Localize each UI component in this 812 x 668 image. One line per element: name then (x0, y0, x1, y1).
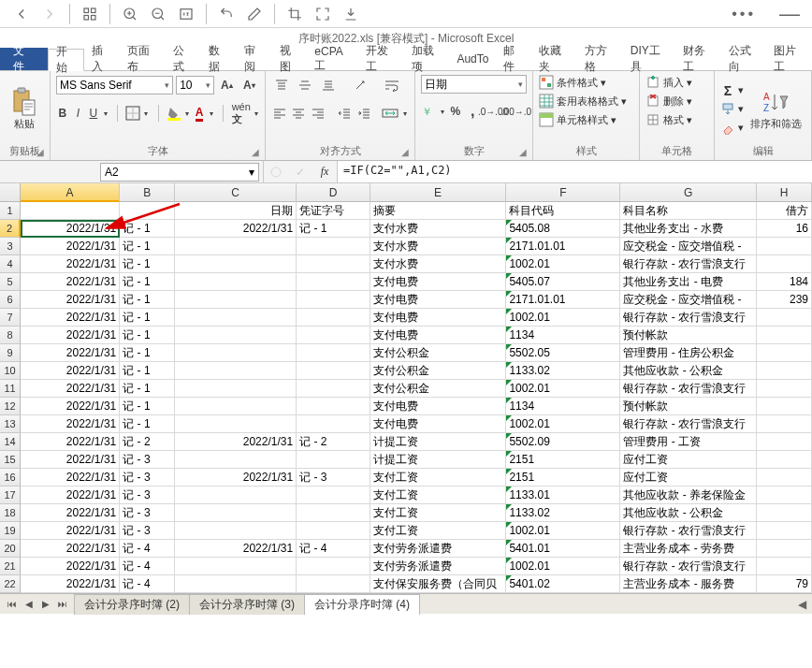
cell[interactable]: 支付电费 (370, 309, 507, 327)
cell[interactable] (297, 362, 370, 380)
cell[interactable]: 2022/1/31 (21, 451, 120, 469)
cell[interactable]: 记 - 1 (120, 291, 175, 309)
row-header[interactable]: 3 (0, 238, 21, 255)
font-color-button[interactable]: A (193, 103, 206, 123)
cell[interactable]: 2022/1/31 (21, 327, 120, 344)
cell[interactable] (175, 398, 297, 415)
cell[interactable]: 记 - 1 (120, 344, 175, 362)
cell[interactable] (297, 344, 370, 362)
cell[interactable]: 日期 (175, 202, 297, 220)
qat-more-icon[interactable]: ••• (732, 6, 756, 22)
cell[interactable]: 支付工资 (370, 504, 507, 522)
cell[interactable] (757, 238, 812, 255)
row-header[interactable]: 19 (0, 522, 21, 540)
row-header[interactable]: 14 (0, 433, 21, 451)
cell[interactable]: 2022/1/31 (21, 273, 120, 291)
insert-function-button[interactable]: fx (312, 165, 337, 179)
phonetic-button[interactable]: wén文 (232, 103, 251, 123)
cell[interactable]: 支付劳务派遣费 (370, 540, 507, 558)
row-headers[interactable]: 1234567891011121314151617181920212223 (0, 202, 21, 593)
dialog-launcher-icon[interactable]: ◢ (399, 147, 411, 158)
cells-area[interactable]: 日期凭证字号摘要科目代码科目名称借方2022/1/31记 - 12022/1/3… (21, 202, 812, 593)
cell[interactable]: 2022/1/31 (21, 255, 120, 273)
percent-icon[interactable]: % (448, 101, 462, 122)
cell[interactable]: 记 - 1 (120, 362, 175, 380)
cell[interactable]: 5401.01 (506, 540, 620, 558)
cell[interactable]: 预付帐款 (620, 327, 757, 344)
cell[interactable]: 银行存款 - 农行雪浪支行 (620, 255, 757, 273)
cell[interactable]: 记 - 4 (120, 540, 175, 558)
cell[interactable]: 支付电费 (370, 415, 507, 433)
conditional-format-button[interactable]: 条件格式 ▾ (539, 75, 633, 90)
decrease-indent-icon[interactable] (336, 103, 353, 123)
cell[interactable] (757, 433, 812, 451)
cell[interactable]: 2022/1/31 (21, 469, 120, 486)
hscroll-left-icon[interactable]: ◀ (791, 598, 812, 611)
clear-button[interactable]: ▾ (720, 121, 744, 136)
cell[interactable]: 2022/1/31 (21, 540, 120, 558)
cell[interactable]: 2022/1/31 (175, 469, 297, 486)
acct-dd-icon[interactable]: ▾ (439, 101, 445, 122)
row-header[interactable]: 10 (0, 362, 21, 380)
decrease-decimal-icon[interactable]: .00→.0 (506, 101, 527, 122)
cell[interactable]: 2022/1/31 (21, 398, 120, 415)
cell[interactable] (175, 575, 297, 593)
cell[interactable]: 1134 (506, 398, 620, 415)
ribbon-tab[interactable]: 财务工 (675, 48, 721, 70)
cell[interactable]: 1002.01 (506, 309, 620, 327)
ribbon-tab[interactable]: 公式 (166, 48, 201, 70)
cell[interactable]: 支付水费 (370, 238, 507, 255)
cell[interactable] (757, 327, 812, 344)
row-header[interactable]: 12 (0, 398, 21, 415)
orientation-icon[interactable] (350, 75, 370, 95)
cell[interactable]: 2022/1/31 (175, 220, 297, 238)
format-cells-button[interactable]: 格式 ▾ (645, 112, 708, 127)
cell[interactable] (175, 362, 297, 380)
cell[interactable] (757, 522, 812, 540)
row-header[interactable]: 18 (0, 504, 21, 522)
cell[interactable]: 2022/1/31 (21, 380, 120, 398)
cell[interactable]: 记 - 3 (120, 504, 175, 522)
cell[interactable] (757, 451, 812, 469)
cell[interactable]: 记 - 4 (120, 558, 175, 575)
sheet-tab[interactable]: 会计分录序时簿 (3) (189, 594, 305, 615)
column-header[interactable]: C (175, 183, 297, 202)
shrink-font-icon[interactable]: A▾ (239, 75, 259, 95)
row-header[interactable]: 7 (0, 309, 21, 327)
cell[interactable]: 2022/1/31 (21, 504, 120, 522)
cell[interactable]: 科目代码 (506, 202, 620, 220)
align-top-icon[interactable] (271, 75, 292, 95)
cell[interactable]: 主营业务成本 - 劳务费 (620, 540, 757, 558)
cell[interactable]: 记 - 3 (120, 469, 175, 486)
underline-dd-icon[interactable]: ▾ (103, 103, 109, 123)
sheet-nav-first-icon[interactable]: ⏮ (4, 596, 21, 613)
accounting-format-icon[interactable]: ￥ (421, 101, 436, 122)
cell[interactable]: 2171.01.01 (506, 291, 620, 309)
column-header[interactable]: F (506, 183, 620, 202)
align-middle-icon[interactable] (295, 75, 315, 95)
grow-font-icon[interactable]: A▴ (217, 75, 237, 95)
cell[interactable]: 16 (757, 220, 812, 238)
cell[interactable]: 5405.08 (506, 220, 620, 238)
cell[interactable]: 1133.02 (506, 504, 620, 522)
window-minimize-icon[interactable]: — (775, 2, 805, 26)
wrap-text-icon[interactable] (382, 75, 402, 95)
column-header[interactable]: G (620, 183, 757, 202)
cell[interactable]: 79 (757, 575, 812, 593)
ribbon-tab[interactable]: AudTo (449, 48, 496, 70)
bold-button[interactable]: B (56, 103, 69, 123)
cell[interactable]: 2022/1/31 (21, 291, 120, 309)
qat-rotate-left-icon[interactable] (212, 2, 240, 26)
sheet-nav-prev-icon[interactable]: ◀ (21, 596, 37, 613)
delete-cells-button[interactable]: 删除 ▾ (645, 94, 708, 109)
cell[interactable]: 科目名称 (620, 202, 757, 220)
cell[interactable] (757, 398, 812, 415)
cell[interactable]: 2022/1/31 (21, 486, 120, 504)
cell[interactable] (757, 415, 812, 433)
cell[interactable]: 银行存款 - 农行雪浪支行 (620, 309, 757, 327)
qat-forward-icon[interactable] (36, 2, 64, 26)
cell[interactable] (175, 504, 297, 522)
cell[interactable]: 其他应收款 - 公积金 (620, 504, 757, 522)
cell[interactable]: 支付水费 (370, 220, 507, 238)
cell[interactable]: 其他应收款 - 公积金 (620, 362, 757, 380)
